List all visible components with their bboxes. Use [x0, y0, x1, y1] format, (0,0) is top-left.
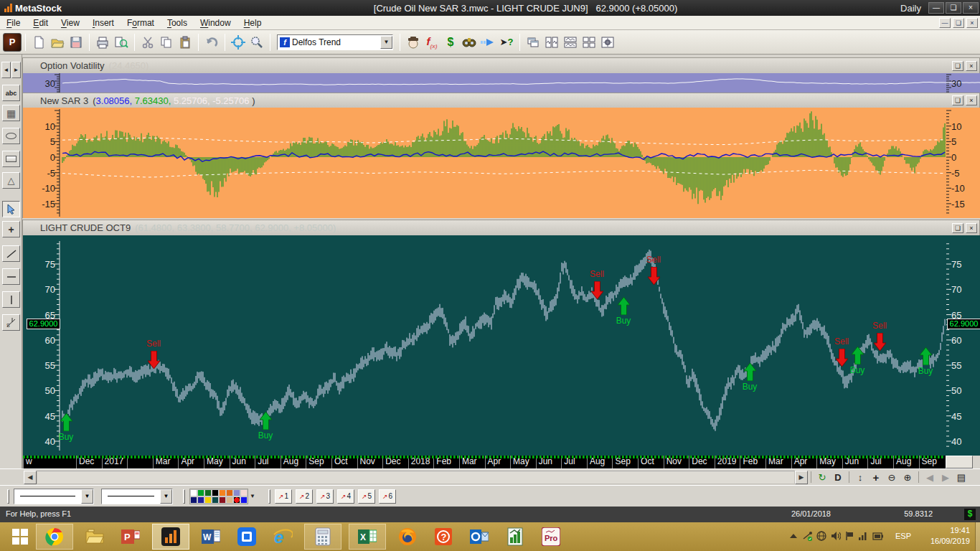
- pointer-tool[interactable]: [2, 201, 20, 217]
- color-swatch-1414ee[interactable]: [240, 496, 248, 504]
- color-swatch-156b21[interactable]: [204, 489, 212, 496]
- tray-network-icon[interactable]: [816, 531, 826, 543]
- cascade-icon[interactable]: [524, 33, 542, 52]
- menu-insert[interactable]: Insert: [86, 17, 121, 29]
- sar-panel-header[interactable]: New SAR 3 (3.08056, 7.63430, 5.25706, -5…: [22, 93, 980, 108]
- line-style-dropdown-button[interactable]: ▼: [81, 489, 93, 504]
- ellipse-tool[interactable]: [2, 128, 20, 144]
- menu-help[interactable]: Help: [237, 17, 268, 29]
- grid-tool[interactable]: ▦: [2, 105, 20, 121]
- child-restore-button[interactable]: ❏: [953, 18, 964, 28]
- text-tool[interactable]: abc: [2, 85, 20, 101]
- forecast-icon[interactable]: [479, 33, 497, 52]
- chart-options-button[interactable]: ▤: [953, 471, 969, 484]
- move-chart-button[interactable]: +: [868, 471, 884, 484]
- power-console-button[interactable]: P: [3, 33, 22, 52]
- menu-file[interactable]: File: [0, 17, 27, 29]
- menu-view[interactable]: View: [55, 17, 86, 29]
- color-swatch-f5821f[interactable]: [219, 489, 226, 496]
- binoculars-icon[interactable]: [460, 33, 479, 52]
- color-swatch-ee1111[interactable]: [233, 496, 240, 504]
- tile-vert-icon[interactable]: [542, 33, 561, 52]
- undo-icon[interactable]: [202, 33, 221, 52]
- taskbar-outlook-icon[interactable]: [465, 524, 494, 550]
- line-weight-combo[interactable]: ▼: [101, 489, 173, 504]
- copy-icon[interactable]: [157, 33, 176, 52]
- show-desktop-button[interactable]: [975, 522, 980, 551]
- layout-gear-icon[interactable]: [598, 33, 617, 52]
- vertical-line-tool[interactable]: [2, 291, 20, 308]
- palette-dropdown-button[interactable]: ▼: [248, 489, 257, 504]
- taskbar-powerpoint-icon[interactable]: P: [116, 524, 145, 550]
- open-icon[interactable]: [48, 33, 67, 52]
- save-icon[interactable]: [67, 33, 85, 52]
- taskbar-word-icon[interactable]: W: [197, 524, 225, 550]
- child-minimize-button[interactable]: —: [939, 18, 951, 28]
- price-restore-button[interactable]: ❏: [952, 223, 963, 233]
- line-weight-dropdown-button[interactable]: ▼: [160, 489, 172, 504]
- color-swatch-f6d9d4[interactable]: [240, 489, 248, 496]
- zoom-out-button[interactable]: ⊖: [884, 471, 900, 484]
- scroll-left-button[interactable]: ◄: [1, 62, 11, 78]
- scroll-left-button[interactable]: ◀: [24, 471, 37, 484]
- color-swatch-0d4b4b[interactable]: [212, 496, 219, 504]
- color-swatch-f2cf00[interactable]: [204, 496, 212, 504]
- template-combo[interactable]: fDelfos Trend▼: [277, 34, 393, 50]
- tray-flag-icon[interactable]: [845, 531, 854, 543]
- price-panel-header[interactable]: LIGHT CRUDE OCT9 (61.4800, 63.3800, 58.7…: [22, 220, 980, 235]
- layout-button-4[interactable]: ↗4: [337, 489, 354, 504]
- print-icon[interactable]: [93, 33, 112, 52]
- volatility-chart[interactable]: 3030: [22, 73, 980, 93]
- crosshair-tool[interactable]: +: [2, 221, 20, 237]
- price-chart[interactable]: 7575707065656060555550504545404062.90006…: [22, 235, 980, 456]
- color-swatch-8a8ad0[interactable]: [233, 489, 240, 496]
- layout-button-5[interactable]: ↗5: [358, 489, 375, 504]
- sar-close-button[interactable]: ×: [966, 95, 977, 105]
- menu-edit[interactable]: Edit: [27, 17, 55, 29]
- periodicity-daily-button[interactable]: D: [830, 471, 846, 484]
- color-swatch-8c1420[interactable]: [219, 496, 226, 504]
- menu-window[interactable]: Window: [194, 17, 237, 29]
- volatility-panel-header[interactable]: Option Volatility (24.4650) ❏ ×: [22, 57, 980, 73]
- color-swatch-d9b98c[interactable]: [226, 496, 233, 504]
- page-prev-button[interactable]: ◀: [922, 471, 938, 484]
- layout-button-6[interactable]: ↗6: [379, 489, 396, 504]
- rectangle-tool[interactable]: [2, 151, 20, 167]
- taskbar-metastock-icon[interactable]: [152, 524, 189, 550]
- layout-button-3[interactable]: ↗3: [316, 489, 334, 504]
- triangle-tool[interactable]: △: [2, 172, 20, 189]
- menu-format[interactable]: Format: [121, 17, 161, 29]
- horizontal-line-tool[interactable]: [2, 268, 20, 285]
- fx-icon[interactable]: f(x): [423, 33, 441, 52]
- color-swatch-dd6816[interactable]: [226, 489, 233, 496]
- horizontal-scrollbar-track[interactable]: [37, 471, 795, 484]
- tile-horz-icon[interactable]: [561, 33, 580, 52]
- taskbar-explorer-icon[interactable]: [80, 524, 109, 550]
- taskbar-ie-icon[interactable]: e: [268, 524, 297, 550]
- color-swatch-ffffff[interactable]: [190, 489, 197, 496]
- page-next-button[interactable]: ▶: [938, 471, 953, 484]
- color-swatch-1f1f9e[interactable]: [197, 496, 204, 504]
- restore-button[interactable]: ❏: [946, 2, 961, 14]
- target-icon[interactable]: [229, 33, 248, 52]
- taskbar-maxthon-icon[interactable]: [232, 524, 261, 550]
- taskbar-calculator-icon[interactable]: [304, 524, 341, 550]
- refresh-button[interactable]: ↻: [814, 471, 830, 484]
- child-close-button[interactable]: ×: [966, 18, 978, 28]
- tile-grid-icon[interactable]: [580, 33, 598, 52]
- trendline-tool[interactable]: [2, 245, 20, 262]
- color-swatch-00a226[interactable]: [197, 489, 204, 496]
- paste-icon[interactable]: [176, 33, 194, 52]
- tray-volume-icon[interactable]: [831, 531, 841, 543]
- taskbar-pro-icon[interactable]: Pro: [537, 524, 565, 550]
- helpptr-icon[interactable]: ➤?: [497, 33, 516, 52]
- language-indicator[interactable]: ESP: [895, 532, 911, 540]
- taskbar-clock[interactable]: 19:4116/09/2019: [930, 525, 970, 547]
- tray-usb-icon[interactable]: [802, 531, 812, 543]
- volatility-close-button[interactable]: ×: [966, 61, 977, 71]
- scroll-right-button[interactable]: ►: [11, 62, 21, 78]
- layout-button-1[interactable]: ↗1: [275, 489, 292, 504]
- taskbar-excel-icon[interactable]: X: [349, 524, 386, 550]
- semilog-tool[interactable]: S: [2, 314, 20, 331]
- taskbar-firefox-icon[interactable]: [393, 524, 422, 550]
